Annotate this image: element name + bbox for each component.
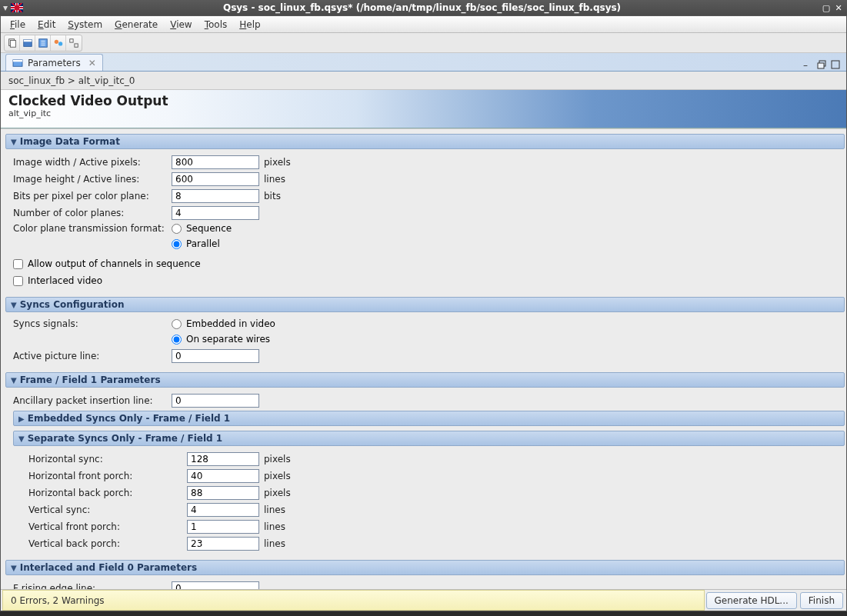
- section-image-data-format[interactable]: ▼ Image Data Format: [5, 134, 845, 149]
- footer: 0 Errors, 2 Warnings Generate HDL... Fin…: [1, 589, 846, 611]
- collapse-icon: ▼: [11, 301, 17, 309]
- image-width-input[interactable]: [172, 155, 259, 169]
- vsync-label: Vertical sync:: [28, 504, 187, 515]
- hfp-input[interactable]: [187, 469, 259, 483]
- image-height-label: Image height / Active lines:: [13, 174, 172, 185]
- section-separate-syncs-f1[interactable]: ▼ Separate Syncs Only - Frame / Field 1: [13, 431, 845, 446]
- svg-rect-12: [818, 63, 824, 68]
- transfmt-sequence-radio[interactable]: Sequence: [172, 223, 232, 234]
- ancillary-input[interactable]: [172, 394, 259, 408]
- svg-rect-13: [832, 61, 839, 68]
- restore-panel-icon[interactable]: [817, 60, 828, 71]
- svg-rect-3: [23, 39, 32, 42]
- bpp-label: Bits per pixel per color plane:: [13, 191, 172, 201]
- close-window-button[interactable]: ✕: [833, 2, 844, 13]
- toolbar-btn-2[interactable]: [20, 35, 35, 51]
- svg-point-5: [54, 39, 58, 43]
- syncs-embedded-radio[interactable]: Embedded in video: [172, 318, 275, 329]
- bpp-input[interactable]: [172, 189, 259, 203]
- page-subtitle: alt_vip_itc: [8, 108, 839, 118]
- svg-rect-10: [13, 59, 22, 62]
- os-titlebar: ▾ Qsys - soc_linux_fb.qsys* (/home/an/tm…: [0, 0, 847, 15]
- menu-view[interactable]: View: [164, 18, 198, 32]
- maximize-button[interactable]: ▢: [821, 2, 832, 13]
- toolbar: [1, 33, 846, 53]
- toolbar-btn-5[interactable]: [66, 35, 82, 51]
- frising-label: F rising edge line:: [13, 583, 172, 589]
- generate-hdl-button[interactable]: Generate HDL...: [706, 592, 797, 609]
- collapse-icon: ▼: [11, 138, 17, 146]
- minimize-panel-icon[interactable]: –: [803, 60, 814, 71]
- hbp-input[interactable]: [187, 486, 259, 500]
- parameters-scroll[interactable]: ▼ Image Data Format Image width / Active…: [1, 129, 846, 589]
- menu-file[interactable]: File: [4, 18, 32, 32]
- vsync-input[interactable]: [187, 503, 259, 517]
- toolbar-btn-1[interactable]: [5, 35, 20, 51]
- page-title: Clocked Video Output: [8, 93, 839, 108]
- tab-close-icon[interactable]: ✕: [88, 58, 96, 68]
- image-height-input[interactable]: [172, 172, 259, 186]
- app-window: FileEditSystemGenerateViewToolsHelp Para…: [0, 15, 847, 611]
- hbp-label: Horizontal back porch:: [28, 488, 187, 498]
- window-menu-icon[interactable]: ▾: [3, 2, 8, 13]
- vbp-label: Vertical back porch:: [28, 538, 187, 549]
- tab-label: Parameters: [28, 58, 81, 68]
- toolbar-btn-3[interactable]: [35, 35, 51, 51]
- window-title: Qsys - soc_linux_fb.qsys* (/home/an/tmp/…: [23, 2, 821, 13]
- active-picture-line-input[interactable]: [172, 349, 259, 363]
- section-syncs-config[interactable]: ▼ Syncs Configuration: [5, 297, 845, 312]
- tab-parameters[interactable]: Parameters ✕: [5, 54, 103, 71]
- uk-flag-icon: [11, 3, 23, 12]
- component-header: Clocked Video Output alt_vip_itc: [1, 90, 846, 128]
- interlaced-checkbox[interactable]: Interlaced video: [13, 272, 837, 289]
- toolbar-btn-4[interactable]: [51, 35, 66, 51]
- status-bar: 0 Errors, 2 Warnings: [2, 590, 705, 611]
- svg-rect-8: [75, 43, 78, 46]
- svg-point-6: [58, 42, 62, 45]
- allow-seq-checkbox[interactable]: Allow output of channels in sequence: [13, 255, 837, 272]
- menu-edit[interactable]: Edit: [32, 18, 62, 32]
- planes-label: Number of color planes:: [13, 208, 172, 218]
- menu-system[interactable]: System: [62, 18, 108, 32]
- planes-input[interactable]: [172, 206, 259, 220]
- menubar: FileEditSystemGenerateViewToolsHelp: [1, 16, 846, 33]
- active-picture-line-label: Active picture line:: [13, 351, 172, 361]
- parameters-icon: [12, 58, 23, 68]
- breadcrumb: soc_linux_fb > alt_vip_itc_0: [1, 72, 846, 90]
- hsync-input[interactable]: [187, 452, 259, 466]
- hfp-label: Horizontal front porch:: [28, 471, 187, 481]
- transfmt-label: Color plane transmission format:: [13, 221, 172, 234]
- frising-input[interactable]: [172, 581, 259, 589]
- collapse-icon: ▼: [11, 564, 17, 572]
- transfmt-parallel-radio[interactable]: Parallel: [172, 238, 232, 249]
- vfp-input[interactable]: [187, 520, 259, 534]
- menu-generate[interactable]: Generate: [108, 18, 164, 32]
- detach-panel-icon[interactable]: [831, 60, 842, 71]
- image-width-label: Image width / Active pixels:: [13, 157, 172, 168]
- vbp-input[interactable]: [187, 537, 259, 551]
- svg-rect-7: [70, 38, 73, 42]
- syncs-separate-radio[interactable]: On separate wires: [172, 334, 275, 345]
- syncs-signals-label: Syncs signals:: [13, 317, 172, 329]
- section-frame-field1[interactable]: ▼ Frame / Field 1 Parameters: [5, 372, 845, 388]
- svg-rect-1: [10, 40, 15, 47]
- menu-tools[interactable]: Tools: [198, 18, 234, 32]
- hsync-label: Horizontal sync:: [28, 454, 187, 464]
- finish-button[interactable]: Finish: [800, 592, 843, 609]
- tabbar: Parameters ✕ –: [1, 53, 846, 72]
- collapse-icon: ▼: [11, 376, 17, 385]
- expand-icon: ▶: [18, 415, 25, 423]
- vfp-label: Vertical front porch:: [28, 521, 187, 532]
- menu-help[interactable]: Help: [233, 18, 266, 32]
- ancillary-label: Ancillary packet insertion line:: [13, 395, 172, 406]
- section-embedded-syncs-f1[interactable]: ▶ Embedded Syncs Only - Frame / Field 1: [13, 411, 845, 426]
- collapse-icon: ▼: [18, 435, 25, 443]
- section-interlaced-field0[interactable]: ▼ Interlaced and Field 0 Parameters: [5, 560, 845, 575]
